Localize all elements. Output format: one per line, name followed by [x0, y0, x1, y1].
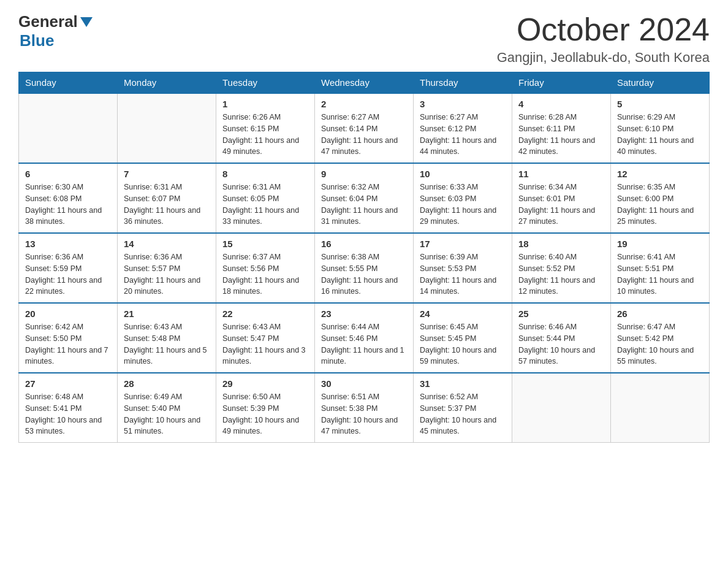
day-number: 30 [321, 378, 407, 389]
day-info: Sunrise: 6:49 AMSunset: 5:40 PMDaylight:… [124, 391, 210, 437]
day-info: Sunrise: 6:26 AMSunset: 6:15 PMDaylight:… [222, 112, 308, 158]
week-row-5: 27Sunrise: 6:48 AMSunset: 5:41 PMDayligh… [19, 373, 710, 443]
day-number: 7 [124, 169, 210, 179]
day-info: Sunrise: 6:31 AMSunset: 6:05 PMDaylight:… [222, 182, 308, 228]
day-number: 20 [25, 308, 111, 319]
day-number: 27 [25, 378, 111, 389]
week-row-4: 20Sunrise: 6:42 AMSunset: 5:50 PMDayligh… [19, 303, 710, 373]
calendar-cell: 18Sunrise: 6:40 AMSunset: 5:52 PMDayligh… [512, 233, 611, 303]
day-info: Sunrise: 6:48 AMSunset: 5:41 PMDaylight:… [25, 391, 111, 437]
day-info: Sunrise: 6:38 AMSunset: 5:55 PMDaylight:… [321, 251, 407, 297]
day-number: 6 [25, 169, 111, 179]
day-number: 8 [222, 169, 308, 179]
calendar-cell: 13Sunrise: 6:36 AMSunset: 5:59 PMDayligh… [19, 233, 118, 303]
day-info: Sunrise: 6:33 AMSunset: 6:03 PMDaylight:… [420, 182, 506, 228]
calendar-cell: 2Sunrise: 6:27 AMSunset: 6:14 PMDaylight… [315, 93, 414, 163]
calendar-cell: 22Sunrise: 6:43 AMSunset: 5:47 PMDayligh… [216, 303, 315, 373]
day-number: 18 [518, 239, 604, 249]
day-info: Sunrise: 6:29 AMSunset: 6:10 PMDaylight:… [617, 112, 703, 158]
calendar-cell: 23Sunrise: 6:44 AMSunset: 5:46 PMDayligh… [315, 303, 414, 373]
day-info: Sunrise: 6:47 AMSunset: 5:42 PMDaylight:… [617, 321, 703, 367]
calendar-table: SundayMondayTuesdayWednesdayThursdayFrid… [18, 72, 710, 443]
month-title: October 2024 [497, 12, 710, 47]
day-number: 24 [420, 308, 506, 319]
day-number: 29 [222, 378, 308, 389]
day-number: 5 [617, 99, 703, 109]
day-info: Sunrise: 6:42 AMSunset: 5:50 PMDaylight:… [25, 321, 111, 367]
day-info: Sunrise: 6:43 AMSunset: 5:48 PMDaylight:… [124, 321, 210, 367]
day-info: Sunrise: 6:28 AMSunset: 6:11 PMDaylight:… [518, 112, 604, 158]
day-number: 4 [518, 99, 604, 109]
calendar-cell: 31Sunrise: 6:52 AMSunset: 5:37 PMDayligh… [414, 373, 512, 443]
calendar-cell: 24Sunrise: 6:45 AMSunset: 5:45 PMDayligh… [414, 303, 512, 373]
day-info: Sunrise: 6:45 AMSunset: 5:45 PMDaylight:… [420, 321, 506, 367]
week-row-1: 1Sunrise: 6:26 AMSunset: 6:15 PMDaylight… [19, 93, 710, 163]
calendar-cell: 27Sunrise: 6:48 AMSunset: 5:41 PMDayligh… [19, 373, 118, 443]
logo-text: General [18, 12, 94, 31]
day-info: Sunrise: 6:41 AMSunset: 5:51 PMDaylight:… [617, 251, 703, 297]
day-number: 11 [518, 169, 604, 179]
weekday-header-wednesday: Wednesday [315, 72, 414, 94]
day-info: Sunrise: 6:46 AMSunset: 5:44 PMDaylight:… [518, 321, 604, 367]
calendar-cell: 6Sunrise: 6:30 AMSunset: 6:08 PMDaylight… [19, 163, 118, 233]
calendar-cell: 28Sunrise: 6:49 AMSunset: 5:40 PMDayligh… [118, 373, 216, 443]
calendar-cell [512, 373, 611, 443]
day-info: Sunrise: 6:50 AMSunset: 5:39 PMDaylight:… [222, 391, 308, 437]
day-info: Sunrise: 6:36 AMSunset: 5:57 PMDaylight:… [124, 251, 210, 297]
day-info: Sunrise: 6:27 AMSunset: 6:14 PMDaylight:… [321, 112, 407, 158]
day-info: Sunrise: 6:35 AMSunset: 6:00 PMDaylight:… [617, 182, 703, 228]
day-number: 31 [420, 378, 506, 389]
calendar-cell: 8Sunrise: 6:31 AMSunset: 6:05 PMDaylight… [216, 163, 315, 233]
calendar-cell: 20Sunrise: 6:42 AMSunset: 5:50 PMDayligh… [19, 303, 118, 373]
day-info: Sunrise: 6:27 AMSunset: 6:12 PMDaylight:… [420, 112, 506, 158]
day-number: 14 [124, 239, 210, 249]
day-number: 2 [321, 99, 407, 109]
day-number: 22 [222, 308, 308, 319]
title-section: October 2024 Gangjin, Jeollabuk-do, Sout… [497, 12, 710, 66]
calendar-cell: 1Sunrise: 6:26 AMSunset: 6:15 PMDaylight… [216, 93, 315, 163]
day-number: 26 [617, 308, 703, 319]
calendar-cell [611, 373, 710, 443]
week-row-3: 13Sunrise: 6:36 AMSunset: 5:59 PMDayligh… [19, 233, 710, 303]
logo-blue: Blue [20, 31, 54, 50]
calendar-cell: 26Sunrise: 6:47 AMSunset: 5:42 PMDayligh… [611, 303, 710, 373]
calendar-cell: 7Sunrise: 6:31 AMSunset: 6:07 PMDaylight… [118, 163, 216, 233]
day-info: Sunrise: 6:31 AMSunset: 6:07 PMDaylight:… [124, 182, 210, 228]
weekday-header-tuesday: Tuesday [216, 72, 315, 94]
location: Gangjin, Jeollabuk-do, South Korea [497, 50, 710, 66]
calendar-cell: 14Sunrise: 6:36 AMSunset: 5:57 PMDayligh… [118, 233, 216, 303]
calendar-cell: 21Sunrise: 6:43 AMSunset: 5:48 PMDayligh… [118, 303, 216, 373]
day-number: 13 [25, 239, 111, 249]
weekday-header-saturday: Saturday [611, 72, 710, 94]
day-number: 19 [617, 239, 703, 249]
calendar-cell: 15Sunrise: 6:37 AMSunset: 5:56 PMDayligh… [216, 233, 315, 303]
weekday-header-thursday: Thursday [414, 72, 512, 94]
weekday-header-monday: Monday [118, 72, 216, 94]
day-info: Sunrise: 6:40 AMSunset: 5:52 PMDaylight:… [518, 251, 604, 297]
day-number: 17 [420, 239, 506, 249]
calendar-cell: 10Sunrise: 6:33 AMSunset: 6:03 PMDayligh… [414, 163, 512, 233]
day-info: Sunrise: 6:34 AMSunset: 6:01 PMDaylight:… [518, 182, 604, 228]
calendar-cell: 3Sunrise: 6:27 AMSunset: 6:12 PMDaylight… [414, 93, 512, 163]
weekday-header-friday: Friday [512, 72, 611, 94]
day-number: 1 [222, 99, 308, 109]
day-info: Sunrise: 6:44 AMSunset: 5:46 PMDaylight:… [321, 321, 407, 367]
day-number: 12 [617, 169, 703, 179]
calendar-cell: 16Sunrise: 6:38 AMSunset: 5:55 PMDayligh… [315, 233, 414, 303]
day-number: 16 [321, 239, 407, 249]
calendar-cell: 19Sunrise: 6:41 AMSunset: 5:51 PMDayligh… [611, 233, 710, 303]
calendar-cell [19, 93, 118, 163]
day-info: Sunrise: 6:52 AMSunset: 5:37 PMDaylight:… [420, 391, 506, 437]
day-number: 28 [124, 378, 210, 389]
day-number: 21 [124, 308, 210, 319]
calendar-cell: 30Sunrise: 6:51 AMSunset: 5:38 PMDayligh… [315, 373, 414, 443]
day-number: 15 [222, 239, 308, 249]
calendar-cell: 17Sunrise: 6:39 AMSunset: 5:53 PMDayligh… [414, 233, 512, 303]
day-info: Sunrise: 6:32 AMSunset: 6:04 PMDaylight:… [321, 182, 407, 228]
day-number: 9 [321, 169, 407, 179]
day-info: Sunrise: 6:37 AMSunset: 5:56 PMDaylight:… [222, 251, 308, 297]
day-info: Sunrise: 6:43 AMSunset: 5:47 PMDaylight:… [222, 321, 308, 367]
weekday-header-sunday: Sunday [19, 72, 118, 94]
week-row-2: 6Sunrise: 6:30 AMSunset: 6:08 PMDaylight… [19, 163, 710, 233]
calendar-header-row: SundayMondayTuesdayWednesdayThursdayFrid… [19, 72, 710, 94]
